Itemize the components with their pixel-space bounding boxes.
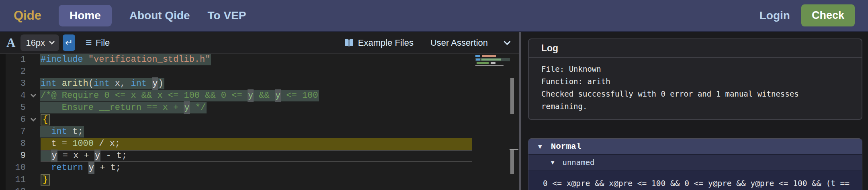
- fold-column: [26, 186, 41, 190]
- code-token: x,: [110, 79, 131, 89]
- log-card-body: File: Unknown Function: arith Checked su…: [529, 58, 862, 119]
- code-line[interactable]: 1#include "verification_stdlib.h": [0, 54, 519, 66]
- font-size-select[interactable]: 16px: [20, 34, 59, 51]
- code-token: 1000: [72, 139, 94, 149]
- code-line-content[interactable]: [41, 186, 472, 190]
- assertion-item-header[interactable]: ▼ unnamed: [528, 154, 862, 170]
- code-token: /*@ Require 0 <= x && x <= 100 && 0 <=: [41, 91, 248, 101]
- code-line-content[interactable]: int t;: [41, 126, 472, 138]
- fold-column: [26, 102, 41, 114]
- code-line-content[interactable]: {: [41, 114, 472, 126]
- code-token: "verification_stdlib.h": [88, 55, 211, 65]
- minimap-chip: [476, 59, 480, 61]
- chevron-down-icon[interactable]: [504, 38, 511, 45]
- code-token: <= 100: [281, 91, 318, 101]
- code-line[interactable]: 4/*@ Require 0 <= x && x <= 100 && 0 <= …: [0, 90, 519, 102]
- scrollbar-thumb[interactable]: [510, 78, 514, 114]
- code-line[interactable]: 8 t = 1000 / x;: [0, 138, 519, 150]
- editor-section: A 16px ↵ ≡ File Example Fil: [0, 32, 519, 190]
- word-highlight: y: [51, 150, 57, 162]
- font-icon[interactable]: A: [6, 36, 15, 50]
- code-line-content[interactable]: y = x + y - t;: [41, 150, 472, 162]
- fold-chevron-icon[interactable]: [30, 92, 36, 97]
- log-card: Log File: Unknown Function: arith Checke…: [528, 38, 862, 120]
- user-assertion-select[interactable]: User Assertion: [430, 38, 488, 48]
- code-token: [41, 127, 51, 137]
- file-menu-label: File: [96, 38, 110, 48]
- code-line-content[interactable]: /*@ Require 0 <= x && x <= 100 && 0 <= y…: [41, 90, 472, 102]
- fold-column: [26, 150, 41, 162]
- selection-highlight: int t;: [41, 127, 83, 137]
- book-icon: [344, 38, 354, 48]
- brand-logo[interactable]: Qide: [14, 8, 41, 23]
- word-highlight: y: [88, 162, 94, 174]
- code-line-content[interactable]: }: [41, 174, 472, 186]
- code-line[interactable]: 7 int t;: [0, 126, 519, 138]
- code-editor[interactable]: 1#include "verification_stdlib.h"23int a…: [0, 54, 519, 190]
- fold-column: [26, 78, 41, 90]
- code-token: [83, 55, 88, 65]
- example-files-menu[interactable]: Example Files: [344, 38, 414, 48]
- editor-toolbar: A 16px ↵ ≡ File Example Fil: [0, 32, 519, 54]
- code-token: - t;: [100, 151, 127, 161]
- fold-column: [26, 162, 41, 174]
- assertion-card: ▼ Normal ▼ unnamed 0 <= x@pre && x@pre <…: [528, 138, 862, 190]
- code-line[interactable]: 6{: [0, 114, 519, 126]
- minimap-chip: [482, 55, 496, 57]
- selection-highlight: int arith(int x, int y): [41, 79, 164, 89]
- code-line[interactable]: 10 return y + t;: [0, 162, 519, 174]
- assertion-group-header[interactable]: ▼ Normal: [528, 139, 862, 154]
- minimap-chip: [475, 55, 480, 57]
- code-token: int: [94, 79, 110, 89]
- code-token: int: [51, 127, 67, 137]
- assertion-item-label: unnamed: [562, 158, 594, 167]
- fold-chevron-icon[interactable]: [30, 116, 36, 121]
- code-line-content[interactable]: Ensure __return == x + y */: [41, 102, 472, 114]
- newline-button[interactable]: ↵: [63, 34, 75, 51]
- fold-column[interactable]: [26, 90, 41, 102]
- check-button[interactable]: Check: [801, 4, 855, 26]
- assertion-group-label: Normal: [551, 142, 581, 151]
- fold-column: [26, 54, 41, 66]
- code-line-content[interactable]: int arith(int x, int y): [41, 78, 472, 90]
- code-line[interactable]: 2: [0, 66, 519, 78]
- login-link[interactable]: Login: [760, 9, 790, 22]
- log-line-file: File: Unknown: [541, 63, 849, 75]
- code-token: (: [88, 79, 94, 89]
- code-token: [41, 151, 51, 161]
- nav-tab-about[interactable]: About Qide: [129, 9, 190, 22]
- code-token: return: [51, 163, 83, 173]
- code-line-content[interactable]: #include "verification_stdlib.h": [41, 54, 472, 66]
- minimap[interactable]: [475, 54, 510, 67]
- code-line-content[interactable]: return y + t;: [41, 162, 472, 174]
- code-line[interactable]: 11}: [0, 174, 519, 186]
- chevron-down-icon: [49, 39, 55, 44]
- selection-highlight: Ensure __return == x + y */: [41, 103, 206, 113]
- file-menu[interactable]: ≡ File: [86, 37, 110, 48]
- example-files-label: Example Files: [358, 38, 414, 48]
- fold-column: [26, 174, 41, 186]
- minimap-chip: [491, 62, 495, 64]
- code-token: }: [41, 174, 50, 186]
- code-line[interactable]: 12: [0, 186, 519, 190]
- log-line-status: Checked successfully with 0 error and 1 …: [541, 88, 849, 113]
- fold-column[interactable]: [26, 114, 41, 126]
- code-line[interactable]: 9 y = x + y - t;: [0, 150, 519, 162]
- code-area[interactable]: 1#include "verification_stdlib.h"23int a…: [0, 54, 519, 190]
- scrollbar-thumb[interactable]: [510, 150, 514, 174]
- code-token: int: [41, 79, 57, 89]
- code-token: */: [190, 103, 206, 113]
- code-token: #include: [41, 55, 83, 65]
- minimap-chip: [475, 65, 504, 66]
- code-token: t;: [67, 127, 83, 137]
- nav-tab-vep[interactable]: To VEP: [208, 9, 246, 22]
- code-line[interactable]: 5 Ensure __return == x + y */: [0, 102, 519, 114]
- qide-app: Qide Home About Qide To VEP Login Check …: [0, 0, 868, 190]
- minimap-chip: [481, 59, 501, 61]
- error-highlight-line[interactable]: t = 1000 / x;: [41, 138, 472, 150]
- nav-tab-home[interactable]: Home: [59, 5, 112, 26]
- code-line[interactable]: 3int arith(int x, int y): [0, 78, 519, 90]
- hamburger-icon: ≡: [86, 37, 92, 48]
- code-token: ): [158, 79, 163, 89]
- code-line-content[interactable]: [41, 66, 472, 78]
